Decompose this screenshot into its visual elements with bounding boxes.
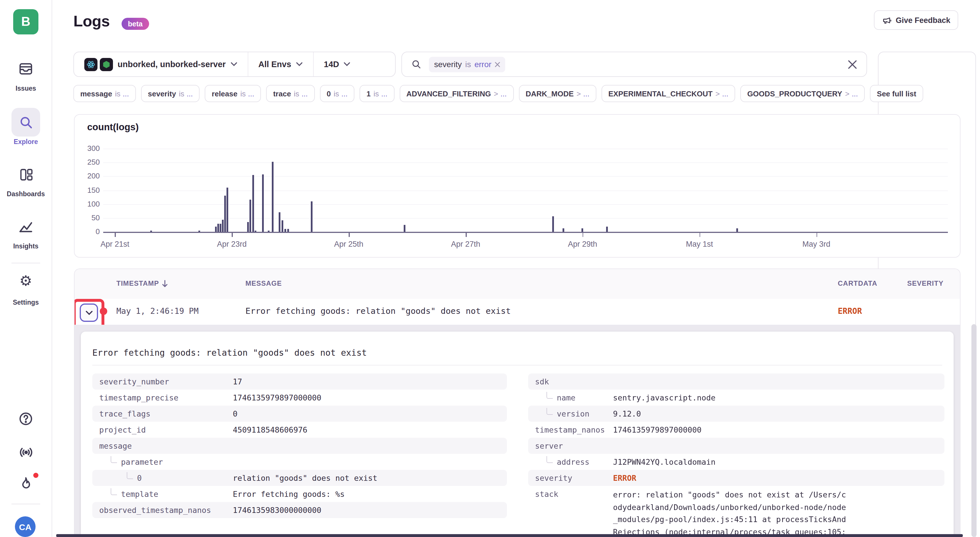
page-title: Logs [73, 13, 110, 30]
filter-chip[interactable]: 0is... [320, 85, 355, 102]
detail-row[interactable]: trace_flags0 [92, 406, 507, 422]
environment-selector[interactable]: All Envs [247, 52, 313, 76]
detail-row[interactable]: observed_timestamp_nanos1746135983000000… [92, 502, 507, 518]
chart-bar[interactable] [222, 220, 224, 232]
sidebar-item-explore-active[interactable] [11, 108, 40, 137]
page-scrollbar-thumb[interactable] [971, 324, 977, 537]
detail-row[interactable]: timestamp_nanos1746135979897000000 [528, 422, 945, 438]
sidebar-item-explore-label[interactable]: Explore [0, 138, 52, 145]
filter-chip[interactable]: See full list [870, 85, 923, 102]
chart-bar[interactable] [404, 225, 406, 232]
date-range-label: 14D [324, 60, 339, 69]
detail-row[interactable]: severity_number17 [92, 373, 507, 390]
sidebar-item-insights[interactable]: Insights [0, 243, 52, 250]
chart-bar[interactable] [262, 174, 264, 232]
token-remove-icon[interactable] [495, 62, 500, 67]
field-value: 4509118548606976 [233, 425, 307, 434]
environment-selector-label: All Envs [258, 60, 291, 69]
chart-bar[interactable] [215, 227, 216, 232]
filter-chip[interactable]: DARK_MODE>... [519, 85, 596, 102]
filter-chip[interactable]: 1is... [360, 85, 394, 102]
chart-bar[interactable] [285, 229, 286, 232]
dashboards-icon[interactable] [0, 167, 52, 182]
field-value: 17 [233, 377, 242, 386]
detail-row[interactable]: templateError fetching goods: %s [92, 486, 507, 502]
chevron-down-icon [296, 62, 303, 67]
detail-row[interactable]: 0relation "goods" does not exist [92, 470, 507, 486]
issues-icon[interactable] [0, 61, 52, 77]
filter-chip[interactable]: releaseis... [205, 85, 261, 102]
field-key: version [528, 409, 613, 418]
insights-icon[interactable] [0, 219, 52, 235]
org-logo[interactable]: B [13, 9, 38, 34]
chart-bar[interactable] [279, 212, 280, 232]
field-key: parameter [92, 457, 233, 467]
chart-bar[interactable] [606, 227, 608, 232]
detail-row[interactable]: addressJ12PWN42YQ.localdomain [528, 454, 945, 470]
filter-chip[interactable]: messageis... [73, 85, 136, 102]
chart-bar[interactable] [150, 231, 152, 232]
filter-chip[interactable]: traceis... [266, 85, 315, 102]
detail-row[interactable]: namesentry.javascript.node [528, 390, 945, 406]
chart-bar[interactable] [247, 222, 249, 232]
detail-row[interactable]: project_id4509118548606976 [92, 422, 507, 438]
detail-row[interactable]: server [528, 438, 945, 454]
chart-bar[interactable] [282, 220, 283, 232]
filter-chip[interactable]: ADVANCED_FILTERING>... [399, 85, 514, 102]
column-timestamp[interactable]: TIMESTAMP [116, 279, 168, 287]
chart-bar[interactable] [217, 224, 219, 232]
detail-row[interactable]: message [92, 438, 507, 454]
chart-bar[interactable] [250, 200, 251, 232]
chart-bar[interactable] [272, 161, 273, 232]
column-message[interactable]: MESSAGE [245, 279, 282, 287]
log-row[interactable]: May 1, 2:46:19 PM Error fetching goods: … [75, 299, 960, 325]
help-icon[interactable] [0, 411, 52, 427]
filter-chip[interactable]: severityis... [141, 85, 200, 102]
column-severity[interactable]: SEVERITY [907, 279, 943, 287]
filter-chip[interactable]: EXPERIMENTAL_CHECKOUT>... [601, 85, 735, 102]
detail-row[interactable]: sdk [528, 373, 945, 390]
date-range-selector[interactable]: 14D [313, 52, 361, 76]
column-cartdata[interactable]: CARTDATA [838, 279, 877, 287]
chart-bar[interactable] [563, 228, 564, 232]
chart-bar[interactable] [255, 230, 256, 232]
bottom-divider-bar [56, 534, 963, 537]
detail-row[interactable]: stackerror: relation "goods" does not ex… [528, 486, 945, 537]
tree-connector [127, 472, 133, 479]
detail-row[interactable]: timestamp_precise1746135979897000000 [92, 390, 507, 406]
x-axis-tick [582, 233, 584, 237]
filter-chip[interactable]: GOODS_PRODUCTQUERY>... [740, 85, 865, 102]
chart-bar[interactable] [736, 228, 738, 232]
react-project-icon [84, 58, 97, 71]
chart-bar[interactable] [224, 196, 226, 232]
field-key: severity_number [92, 377, 233, 386]
sidebar-item-settings[interactable]: Settings [0, 299, 52, 306]
chart-bar[interactable] [252, 175, 254, 232]
chart-bar[interactable] [226, 187, 228, 232]
x-axis-tick-label: Apr 23rd [217, 240, 247, 249]
chart-bar[interactable] [220, 223, 221, 232]
chart-bar[interactable] [581, 228, 583, 232]
chart-bar[interactable] [268, 231, 270, 232]
sidebar-item-dashboards[interactable]: Dashboards [0, 190, 52, 198]
user-avatar[interactable]: CA [15, 516, 35, 537]
detail-row[interactable]: version9.12.0 [528, 406, 945, 422]
detail-row[interactable]: parameter [92, 454, 507, 470]
tree-connector [546, 392, 553, 399]
search-bar[interactable]: severity is error [401, 52, 867, 77]
chart-bar[interactable] [199, 231, 200, 232]
project-selector[interactable]: unborked, unborked-server [74, 52, 247, 76]
sidebar-item-issues[interactable]: Issues [0, 85, 52, 92]
clear-search-button[interactable] [845, 57, 859, 72]
detail-row[interactable]: severityERROR [528, 470, 945, 486]
give-feedback-button[interactable]: Give Feedback [874, 10, 958, 30]
logs-table: TIMESTAMP MESSAGE CARTDATA SEVERITY May … [74, 269, 961, 537]
whats-new-flame-icon[interactable] [0, 476, 52, 492]
settings-gear-icon[interactable]: ⚙ [0, 273, 52, 288]
y-axis-tick-label: 100 [77, 199, 100, 208]
chart-bar[interactable] [287, 229, 289, 232]
search-filter-token[interactable]: severity is error [429, 56, 505, 72]
chart-bar[interactable] [552, 217, 554, 232]
chart-bar[interactable] [311, 201, 312, 232]
broadcast-icon[interactable] [0, 444, 52, 461]
